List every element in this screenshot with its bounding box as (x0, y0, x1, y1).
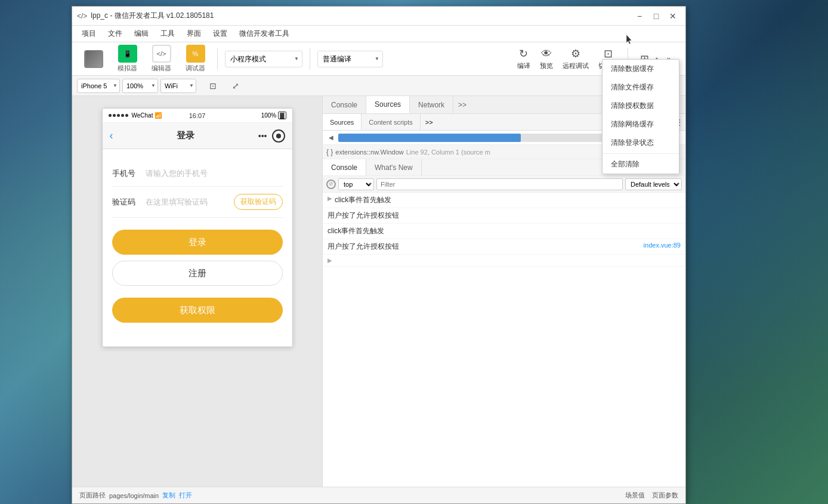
auth-btn[interactable]: 获取权限 (112, 298, 283, 323)
filter-input[interactable] (376, 178, 623, 190)
main-content: WeChat 📶 16:07 100% ▓ ‹ 登录 ••• (72, 96, 685, 487)
menu-edit[interactable]: 编辑 (129, 26, 153, 41)
status-bottom-bar: 页面路径 pages/login/main 复制 打开 场景值 页面参数 (72, 487, 685, 503)
record-inner (276, 134, 281, 138)
menu-wechat[interactable]: 微信开发者工具 (234, 26, 294, 41)
menu-clear-auth[interactable]: 清除授权数据 (603, 97, 679, 115)
whatsnew-subtab[interactable]: What's New (366, 159, 422, 175)
location-detail: Line 92, Column 1 (source m (406, 149, 490, 156)
minimize-button[interactable]: − (632, 10, 647, 22)
path-nav-left[interactable]: ◀ (326, 133, 336, 143)
log-expand-row: ▶ (323, 255, 685, 267)
context-select[interactable]: top (338, 178, 374, 190)
devtools-tab-more[interactable]: >> (453, 96, 471, 113)
verify-input-group: 在这里填写验证码 获取验证码 (146, 194, 283, 210)
get-code-btn[interactable]: 获取验证码 (234, 194, 283, 210)
path-prefix: 页面路径 (79, 491, 106, 500)
log-text-2: 用户按了允许授权按钮 (328, 211, 681, 221)
avatar-btn[interactable] (79, 48, 108, 70)
tab-network-label: Network (418, 101, 444, 109)
context-menu: 清除数据缓存 清除文件缓存 清除授权数据 清除网络缓存 清除登录状态 全部清除 (602, 96, 679, 174)
network-select[interactable]: WiFi 3G 4G (160, 79, 196, 93)
mode-select-group: 小程序模式 ▼ (225, 51, 302, 67)
maximize-button[interactable]: □ (648, 10, 664, 22)
location-url: extensions::nw.Window (335, 149, 403, 156)
window-title: lpp_c - 微信开发者工具 v1.02.1805181 (91, 11, 628, 21)
menu-clear-network[interactable]: 清除网络缓存 (603, 115, 679, 134)
sources-tab-more[interactable]: >> (421, 114, 438, 130)
title-bar: </> lpp_c - 微信开发者工具 v1.02.1805181 − □ ✕ (72, 7, 685, 26)
window-icon: </> (77, 12, 87, 20)
preview-btn[interactable]: 👁 预览 (537, 47, 555, 72)
expand-icon[interactable]: ⤢ (226, 76, 245, 95)
menu-project[interactable]: 项目 (77, 26, 101, 41)
login-btn[interactable]: 登录 (112, 230, 283, 255)
context-select-wrapper: top ▼ (338, 178, 374, 190)
menu-file[interactable]: 文件 (103, 26, 127, 41)
scene-btn[interactable]: 场景值 (625, 491, 645, 500)
path-value: pages/login/main (109, 492, 159, 499)
copy-path-btn[interactable]: 复制 (162, 491, 175, 500)
battery-percent: 100% (261, 112, 277, 119)
signal-dots (109, 114, 128, 117)
mode-select-wrapper: 小程序模式 ▼ (225, 51, 302, 67)
menu-clear-login[interactable]: 清除登录状态 (603, 134, 679, 152)
remote-label: 远程调试 (563, 61, 589, 70)
open-path-btn[interactable]: 打开 (179, 491, 192, 500)
log-arrow-1[interactable]: ▶ (328, 195, 332, 202)
console-subtab[interactable]: Console (323, 159, 366, 175)
menu-tools[interactable]: 工具 (156, 26, 180, 41)
tab-sources[interactable]: Sources (366, 96, 410, 113)
signal-dot-2 (113, 114, 116, 117)
menu-clear-all[interactable]: 全部清除 (603, 155, 679, 174)
sources-subtab-content[interactable]: Content scripts (362, 114, 420, 130)
debugger-label: 调试器 (186, 64, 205, 73)
params-btn[interactable]: 页面参数 (652, 491, 678, 500)
login-form: 手机号 请输入您的手机号 验证码 在这里填写验证码 获取验证码 登录 注册 获取… (103, 149, 292, 347)
verify-row: 验证码 在这里填写验证码 获取验证码 (112, 187, 283, 218)
verify-input[interactable]: 在这里填写验证码 (146, 197, 234, 208)
tab-console-label: Console (331, 101, 357, 109)
simulator-btn[interactable]: 📱 模拟器 (113, 42, 142, 75)
phone-input[interactable]: 请输入您的手机号 (146, 168, 283, 179)
toolbar: 📱 模拟器 </> 编辑器 % 调试器 小程序模式 ▼ (72, 42, 685, 76)
log-text-3: click事件首先触发 (328, 226, 681, 236)
no-entry-icon[interactable]: ⊘ (326, 180, 336, 189)
mode-select[interactable]: 小程序模式 (225, 51, 302, 67)
tab-console[interactable]: Console (323, 96, 366, 113)
device-action-icons: ⊡ ⤢ (203, 76, 245, 95)
whatsnew-subtab-label: What's New (375, 163, 413, 172)
rotate-icon[interactable]: ⊡ (203, 76, 223, 95)
close-button[interactable]: ✕ (665, 10, 681, 22)
register-btn[interactable]: 注册 (112, 261, 283, 286)
log-item-2: 用户按了允许授权按钮 (323, 208, 685, 224)
tab-network[interactable]: Network (410, 96, 453, 113)
menu-view[interactable]: 界面 (182, 26, 206, 41)
network-select-wrapper: WiFi 3G 4G ▼ (160, 79, 196, 93)
nav-title: 登录 (177, 130, 194, 141)
level-select[interactable]: Default levels (625, 178, 682, 190)
nav-dots-btn[interactable]: ••• (258, 131, 267, 141)
device-select-wrapper: iPhone 5 iPhone 6 ▼ (77, 79, 120, 93)
device-select[interactable]: iPhone 5 iPhone 6 (77, 79, 120, 93)
main-window: </> lpp_c - 微信开发者工具 v1.02.1805181 − □ ✕ … (72, 6, 686, 504)
sources-subtab-sources[interactable]: Sources (323, 114, 362, 130)
back-btn[interactable]: ‹ (110, 129, 113, 142)
remote-debug-btn[interactable]: ⚙ 远程调试 (560, 46, 591, 72)
phone-nav-bar: ‹ 登录 ••• (103, 123, 292, 149)
tab-sources-label: Sources (375, 100, 401, 109)
device-bar: iPhone 5 iPhone 6 ▼ 100% 75% 50% ▼ WiFi … (72, 76, 685, 96)
compile-select[interactable]: 普通编译 (317, 51, 383, 67)
log-text-4: 用户按了允许授权按钮 (328, 242, 639, 252)
expand-arrow[interactable]: ▶ (328, 257, 332, 264)
debugger-btn[interactable]: % 调试器 (181, 42, 210, 75)
record-btn[interactable] (272, 129, 285, 143)
menu-settings[interactable]: 设置 (208, 26, 232, 41)
battery-area: 100% ▓ (261, 112, 286, 119)
refresh-btn[interactable]: ↻ 编译 (515, 46, 533, 72)
phone-label: 手机号 (112, 168, 146, 179)
log-source-4[interactable]: index.vue:89 (644, 242, 681, 249)
status-right-btns: 场景值 页面参数 (625, 491, 678, 500)
zoom-select[interactable]: 100% 75% 50% (122, 79, 158, 93)
editor-btn[interactable]: </> 编辑器 (147, 42, 176, 75)
